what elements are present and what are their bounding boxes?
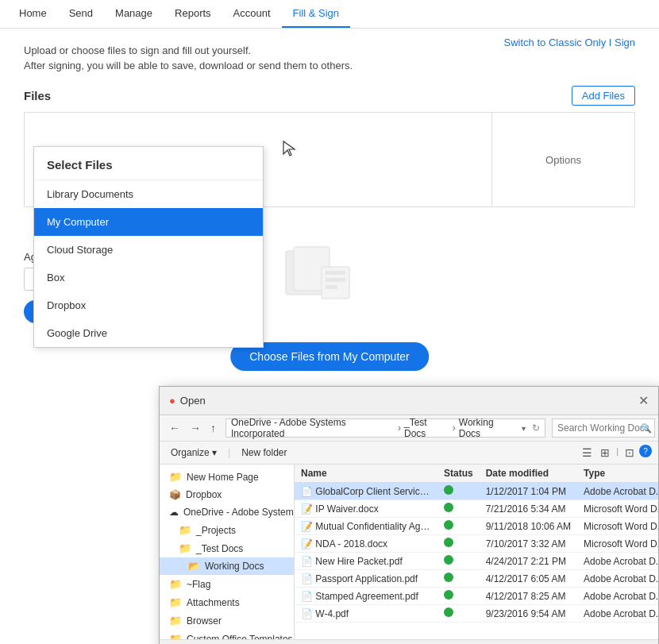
forward-button[interactable]: → xyxy=(187,420,204,436)
up-button[interactable]: ↑ xyxy=(207,420,219,436)
nav-fill-sign[interactable]: Fill & Sign xyxy=(282,0,351,28)
select-files-dropbox[interactable]: Dropbox xyxy=(34,291,263,319)
action-separator: | xyxy=(228,447,230,458)
col-status[interactable]: Status xyxy=(437,465,480,483)
breadcrumb-working-docs[interactable]: Working Docs xyxy=(459,417,515,439)
file-status xyxy=(437,483,480,500)
left-item-flag[interactable]: 📁 ~Flag xyxy=(160,575,294,593)
select-files-overlay: Select Files Library Documents My Comput… xyxy=(33,146,264,348)
left-item-onedrive[interactable]: ☁ OneDrive - Adobe Systems Incorporated xyxy=(160,503,294,521)
nav-home[interactable]: Home xyxy=(8,0,58,28)
folder-open-icon: 📂 xyxy=(188,561,200,572)
folder-icon: 📁 xyxy=(169,633,182,639)
svg-rect-5 xyxy=(326,285,337,289)
left-item-working-docs[interactable]: 📂 Working Docs xyxy=(160,557,294,575)
file-date: 9/11/2018 10:06 AM xyxy=(480,518,577,535)
left-item-projects[interactable]: 📁 _Projects xyxy=(160,521,294,539)
left-item-attachments[interactable]: 📁 Attachments xyxy=(160,593,294,611)
file-type: Microsoft Word D. xyxy=(577,518,658,535)
breadcrumb-sep2: › xyxy=(453,422,456,434)
dialog-footer: File name: Custom Files (*.pdf;*.doc;*.d… xyxy=(160,639,658,644)
file-name: 📝 NDA - 2018.docx xyxy=(295,535,437,553)
top-navigation: Home Send Manage Reports Account Fill & … xyxy=(0,0,659,29)
folder-icon: 📁 xyxy=(169,615,182,627)
view-list-icon[interactable]: ☰ xyxy=(579,445,595,461)
table-row[interactable]: 📄 Stamped Agreement.pdf4/12/2017 8:25 AM… xyxy=(295,588,658,605)
folder-icon: 📁 xyxy=(179,524,191,536)
new-folder-button[interactable]: New folder xyxy=(237,445,291,460)
onedrive-icon: ☁ xyxy=(169,507,179,518)
switch-link[interactable]: Switch to Classic Only I Sign xyxy=(504,37,635,48)
search-icon: 🔍 xyxy=(641,423,652,434)
folder-icon: 📁 xyxy=(169,596,182,608)
select-files-library[interactable]: Library Documents xyxy=(34,180,263,208)
breadcrumb-test-docs[interactable]: _Test Docs xyxy=(404,417,449,439)
add-files-button[interactable]: Add Files xyxy=(572,86,635,106)
breadcrumb-onedrive[interactable]: OneDrive - Adobe Systems Incorporated xyxy=(231,417,395,439)
svg-rect-3 xyxy=(326,271,345,275)
table-row[interactable]: 📝 NDA - 2018.docx7/10/2017 3:32 AMMicros… xyxy=(295,535,658,553)
select-files-cloud[interactable]: Cloud Storage xyxy=(34,236,263,264)
nav-send[interactable]: Send xyxy=(58,0,104,28)
dropbox-icon: 📦 xyxy=(169,489,181,500)
table-row[interactable]: 📄 GlobalCorp Client Services Agreement.p… xyxy=(295,483,658,500)
file-status xyxy=(437,535,480,553)
file-table: Name Status Date modified Type 📄 GlobalC… xyxy=(295,465,658,623)
file-date: 4/12/2017 8:25 AM xyxy=(480,588,577,605)
view-details-icon[interactable]: ⊞ xyxy=(597,445,613,461)
file-status xyxy=(437,553,480,570)
folder-icon: 📁 xyxy=(179,542,191,554)
select-files-gdrive[interactable]: Google Drive xyxy=(34,319,263,347)
col-date[interactable]: Date modified xyxy=(480,465,577,483)
left-item-dropbox[interactable]: 📦 Dropbox xyxy=(160,486,294,503)
file-name: 📄 New Hire Packet.pdf xyxy=(295,553,437,570)
nav-manage[interactable]: Manage xyxy=(104,0,164,28)
dialog-close-button[interactable]: ✕ xyxy=(638,393,649,408)
file-status xyxy=(437,605,480,623)
left-item-browser[interactable]: 📁 Browser xyxy=(160,611,294,630)
left-item-test-docs[interactable]: 📁 _Test Docs xyxy=(160,539,294,557)
files-label: Files Add Files xyxy=(24,86,635,106)
organize-button[interactable]: Organize ▾ xyxy=(166,445,222,460)
col-name[interactable]: Name xyxy=(295,465,437,483)
col-type[interactable]: Type xyxy=(577,465,658,483)
chrome-icon: ● xyxy=(169,395,175,407)
table-row[interactable]: 📄 W-4.pdf9/23/2016 9:54 AMAdobe Acrobat … xyxy=(295,605,658,623)
breadcrumb-sep1: › xyxy=(398,422,401,434)
file-type: Adobe Acrobat D. xyxy=(577,605,658,623)
file-date: 7/21/2016 5:34 AM xyxy=(480,500,577,518)
dialog-title: ● Open xyxy=(169,395,206,407)
main-content: Switch to Classic Only I Sign Upload or … xyxy=(0,29,659,644)
table-row[interactable]: 📝 Mutual Confidentiality Agreement.docx9… xyxy=(295,518,658,535)
breadcrumb-bar: OneDrive - Adobe Systems Incorporated › … xyxy=(225,418,545,438)
breadcrumb-dropdown-icon[interactable]: ▾ xyxy=(522,424,526,433)
view-preview-icon[interactable]: ⊡ xyxy=(622,445,638,461)
view-icons: ☰ ⊞ | ⊡ ? xyxy=(579,445,652,461)
left-item-new-home[interactable]: 📁 New Home Page xyxy=(160,468,294,486)
file-type: Microsoft Word D. xyxy=(577,535,658,553)
nav-account[interactable]: Account xyxy=(222,0,282,28)
search-input[interactable] xyxy=(552,418,655,438)
nav-reports[interactable]: Reports xyxy=(164,0,222,28)
help-icon[interactable]: ? xyxy=(639,445,652,457)
view-sep: | xyxy=(615,445,620,461)
dialog-body: 📁 New Home Page 📦 Dropbox ☁ OneDrive - A… xyxy=(160,465,658,639)
select-files-my-computer[interactable]: My Computer xyxy=(34,208,263,236)
left-item-office-templates[interactable]: 📁 Custom Office Templates xyxy=(160,630,294,639)
table-row[interactable]: 📄 Passport Application.pdf4/12/2017 6:05… xyxy=(295,570,658,588)
back-button[interactable]: ← xyxy=(166,420,183,436)
file-date: 4/12/2017 6:05 AM xyxy=(480,570,577,588)
refresh-icon[interactable]: ↻ xyxy=(532,422,540,434)
select-files-box[interactable]: Box xyxy=(34,264,263,291)
file-name: 📄 GlobalCorp Client Services Agreement.p… xyxy=(295,483,437,500)
table-row[interactable]: 📝 IP Waiver.docx7/21/2016 5:34 AMMicroso… xyxy=(295,500,658,518)
file-type: Adobe Acrobat D. xyxy=(577,588,658,605)
table-row[interactable]: 📄 New Hire Packet.pdf4/24/2017 2:21 PMAd… xyxy=(295,553,658,570)
file-name: 📄 W-4.pdf xyxy=(295,605,437,623)
file-date: 1/12/2017 1:04 PM xyxy=(480,483,577,500)
upload-description: Upload or choose files to sign and fill … xyxy=(24,44,635,71)
file-name: 📝 Mutual Confidentiality Agreement.docx xyxy=(295,518,437,535)
dialog-titlebar: ● Open ✕ xyxy=(160,387,658,415)
file-date: 4/24/2017 2:21 PM xyxy=(480,553,577,570)
folder-icon: 📁 xyxy=(169,578,182,590)
